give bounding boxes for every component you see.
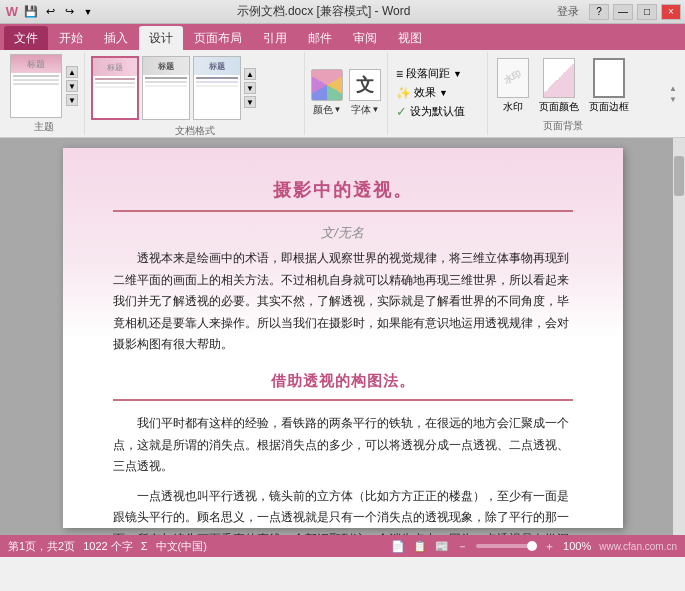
close-button[interactable]: ×	[661, 4, 681, 20]
theme-scroll-up[interactable]: ▲	[66, 66, 78, 78]
tab-view[interactable]: 视图	[388, 26, 432, 50]
page-color-button[interactable]: 页面颜色	[539, 58, 579, 114]
format-scroll-up[interactable]: ▲	[244, 68, 256, 80]
redo-icon[interactable]: ↪	[61, 4, 77, 20]
zoom-out-icon[interactable]: －	[457, 539, 468, 554]
doc-title: 摄影中的透视。	[113, 178, 573, 202]
colors-group: 颜色▼ 文 字体▼	[311, 54, 381, 131]
page-count: 第1页，共2页	[8, 539, 75, 554]
zoom-track[interactable]	[476, 544, 536, 548]
theme-scroll-down[interactable]: ▼	[66, 80, 78, 92]
theme-scroll-more[interactable]: ▼	[66, 94, 78, 106]
ribbon: 标题 ▲ ▼ ▼ 主题 标题	[0, 50, 685, 138]
format-swatch-1[interactable]: 标题	[91, 56, 139, 120]
format-swatch-2[interactable]: 标题	[142, 56, 190, 120]
docformat-scroll: ▲ ▼ ▼	[244, 68, 256, 108]
section2-divider	[113, 399, 573, 401]
customize-icon[interactable]: ▼	[80, 4, 96, 20]
undo-icon[interactable]: ↩	[42, 4, 58, 20]
theme-group-content: 标题 ▲ ▼ ▼	[10, 54, 78, 118]
scroll-thumb[interactable]	[674, 156, 684, 196]
tab-file[interactable]: 文件	[4, 26, 48, 50]
vertical-scrollbar[interactable]	[673, 138, 685, 535]
login-button[interactable]: 登录	[551, 4, 585, 19]
tab-layout[interactable]: 页面布局	[184, 26, 252, 50]
format-scroll-down[interactable]: ▼	[244, 82, 256, 94]
set-default-button[interactable]: ✓ 设为默认值	[396, 104, 479, 119]
zoom-bar	[476, 544, 536, 548]
minimize-button[interactable]: —	[613, 4, 633, 20]
pagebg-label: 页面背景	[496, 117, 630, 133]
title-bar: W 💾 ↩ ↪ ▼ 示例文档.docx [兼容模式] - Word 登录 ? —…	[0, 0, 685, 24]
docformat-group: 标题 标题 标题	[89, 54, 300, 122]
theme-scroll: ▲ ▼ ▼	[66, 66, 78, 106]
title-divider	[113, 210, 573, 212]
watermark-text: www.cfan.com.cn	[599, 541, 677, 552]
tab-references[interactable]: 引用	[253, 26, 297, 50]
zoom-in-icon[interactable]: ＋	[544, 539, 555, 554]
theme-label: 主题	[10, 118, 78, 134]
doc-subtitle: 文/无名	[113, 224, 573, 242]
pagebg-group: 水印 水印 页面颜色 页面边框	[496, 54, 630, 117]
print-view-icon[interactable]: 📄	[391, 540, 405, 553]
language: 中文(中国)	[156, 539, 207, 554]
doc-body-2: 我们平时都有这样的经验，看铁路的两条平行的铁轨，在很远的地方会汇聚成一个点，这就…	[113, 413, 573, 478]
font-button[interactable]: 文 字体▼	[349, 69, 381, 117]
app-icon-w: W	[4, 4, 20, 20]
theme-swatch1[interactable]: 标题	[10, 54, 62, 118]
colors-label	[311, 131, 381, 133]
page-border-button[interactable]: 页面边框	[589, 58, 629, 114]
zoom-thumb[interactable]	[527, 541, 537, 551]
window-title: 示例文档.docx [兼容模式] - Word	[96, 3, 551, 20]
effects-button[interactable]: ✨ 效果▼	[396, 85, 479, 100]
save-icon[interactable]: 💾	[23, 4, 39, 20]
ribbon-tabs: 文件 开始 插入 设计 页面布局 引用 邮件 审阅 视图	[0, 24, 685, 50]
read-view-icon[interactable]: 📰	[435, 540, 449, 553]
docformat-label: 文档格式	[89, 122, 300, 138]
format-scroll-more[interactable]: ▼	[244, 96, 256, 108]
tab-mailings[interactable]: 邮件	[298, 26, 342, 50]
web-view-icon[interactable]: 📋	[413, 540, 427, 553]
watermark-button[interactable]: 水印 水印	[497, 58, 529, 114]
document-area: 摄影中的透视。 文/无名 透视本来是绘画中的术语，即根据人观察世界的视觉规律，将…	[0, 138, 685, 535]
tab-review[interactable]: 审阅	[343, 26, 387, 50]
restore-button[interactable]: □	[637, 4, 657, 20]
doc-body-3: 一点透视也叫平行透视，镜头前的立方体（比如方方正正的楼盘），至少有一面是跟镜头平…	[113, 486, 573, 535]
tab-home[interactable]: 开始	[49, 26, 93, 50]
document-page: 摄影中的透视。 文/无名 透视本来是绘画中的术语，即根据人观察世界的视觉规律，将…	[63, 148, 623, 528]
effects-label	[396, 131, 479, 133]
format-swatch-3[interactable]: 标题	[193, 56, 241, 120]
tab-design[interactable]: 设计	[139, 26, 183, 50]
tab-insert[interactable]: 插入	[94, 26, 138, 50]
lang-icon: Σ	[141, 540, 148, 552]
color-button[interactable]: 颜色▼	[311, 69, 343, 117]
app-icons: W 💾 ↩ ↪ ▼	[4, 4, 96, 20]
word-count: 1022 个字	[83, 539, 133, 554]
effects-group: ≡ 段落间距▼ ✨ 效果▼ ✓ 设为默认值	[396, 54, 479, 131]
zoom-level: 100%	[563, 540, 591, 552]
paragraph-spacing-button[interactable]: ≡ 段落间距▼	[396, 66, 479, 81]
help-button[interactable]: ?	[589, 4, 609, 20]
doc-body-1: 透视本来是绘画中的术语，即根据人观察世界的视觉规律，将三维立体事物再现到二维平面…	[113, 248, 573, 356]
status-bar: 第1页，共2页 1022 个字 Σ 中文(中国) 📄 📋 📰 － ＋ 100% …	[0, 535, 685, 557]
section2-heading: 借助透视的构图法。	[113, 372, 573, 391]
ribbon-scroll-right[interactable]: ▲ ▼	[667, 52, 681, 135]
statusbar-right: 📄 📋 📰 － ＋ 100% www.cfan.com.cn	[391, 539, 677, 554]
